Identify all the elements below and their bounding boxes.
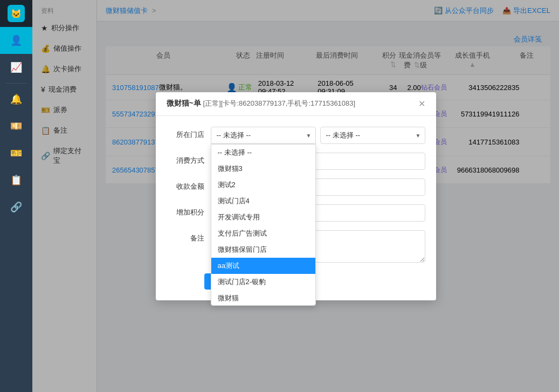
- sidebar-item-coupon[interactable]: 🎫: [0, 140, 32, 167]
- dropdown-option-4[interactable]: 开发调试专用: [211, 209, 315, 225]
- note-icon: 📋: [10, 174, 22, 186]
- points-add-label: 增加积分: [167, 204, 204, 217]
- modal-header: 微财猫~单 [正常][卡号:862038779137,手机号:177153610…: [156, 92, 436, 116]
- store-controls: -- 未选择 -- ▼ -- 未选择 -- 微财猫3 测试2 测试门店4 开发调…: [211, 127, 425, 144]
- alipay-icon: 🔗: [10, 201, 22, 213]
- store-dropdown2-trigger[interactable]: -- 未选择 --: [320, 127, 425, 144]
- dropdown-option-2[interactable]: 测试2: [211, 177, 315, 193]
- store-dropdown-wrapper: -- 未选择 -- ▼ -- 未选择 -- 微财猫3 测试2 测试门店4 开发调…: [211, 127, 316, 144]
- remark-form-label: 备注: [167, 230, 204, 243]
- store-dropdown2-wrapper: -- 未选择 -- ▼: [320, 127, 425, 144]
- store-dropdown-trigger[interactable]: -- 未选择 --: [211, 127, 316, 144]
- chart-icon: 📈: [10, 61, 22, 73]
- modal-body: 所在门店 -- 未选择 -- ▼ -- 未选择 -- 微财猫3: [156, 116, 436, 300]
- sidebar: 🐱 👤 📈 🔔 💴 🎫 📋 🔗: [0, 0, 32, 392]
- dropdown2-arrow-icon: ▼: [416, 132, 421, 138]
- store-selected-value: -- 未选择 --: [217, 130, 251, 140]
- modal-dialog: 微财猫~单 [正常][卡号:862038779137,手机号:177153610…: [156, 92, 436, 300]
- sidebar-item-money[interactable]: 💴: [0, 113, 32, 140]
- dropdown-option-6[interactable]: 微财猫保留门店: [211, 242, 315, 258]
- modal-title: 微财猫~单 [正常][卡号:862038779137,手机号:177153610…: [167, 99, 356, 108]
- coupon-icon: 🎫: [10, 147, 22, 159]
- sidebar-item-note[interactable]: 📋: [0, 167, 32, 194]
- modal-overlay: 微财猫~单 [正常][卡号:862038779137,手机号:177153610…: [32, 0, 559, 392]
- logo-icon: 🐱: [8, 5, 25, 22]
- dropdown-option-9[interactable]: 微财猫: [211, 290, 315, 306]
- store2-selected-value: -- 未选择 --: [326, 130, 361, 140]
- amount-label: 收款金额: [167, 178, 204, 191]
- dropdown-option-7[interactable]: aa测试: [211, 258, 315, 274]
- modal-subtitle: [正常][卡号:862038779137,手机号:17715361083]: [203, 99, 356, 107]
- sidebar-divider: [5, 83, 27, 84]
- sidebar-logo: 🐱: [0, 0, 32, 27]
- modal-title-text: 微财猫~单: [167, 99, 201, 107]
- sidebar-item-user[interactable]: 👤: [0, 27, 32, 54]
- sidebar-item-alipay[interactable]: 🔗: [0, 194, 32, 221]
- dropdown-option-1[interactable]: 微财猫3: [211, 161, 315, 177]
- dropdown-option-3[interactable]: 测试门店4: [211, 193, 315, 209]
- sidebar-item-bell[interactable]: 🔔: [0, 86, 32, 113]
- sidebar-item-chart[interactable]: 📈: [0, 54, 32, 81]
- modal-close-button[interactable]: ✕: [418, 99, 425, 109]
- store-label: 所在门店: [167, 127, 204, 140]
- form-row-store: 所在门店 -- 未选择 -- ▼ -- 未选择 -- 微财猫3: [167, 127, 425, 144]
- dropdown-option-0[interactable]: -- 未选择 --: [211, 145, 315, 161]
- bell-icon: 🔔: [10, 93, 22, 105]
- dropdown-option-5[interactable]: 支付后广告测试: [211, 225, 315, 242]
- store-dropdown-popup[interactable]: -- 未选择 -- 微财猫3 测试2 测试门店4 开发调试专用 支付后广告测试 …: [211, 144, 316, 306]
- dropdown-option-8[interactable]: 测试门店2-银豹: [211, 274, 315, 290]
- user-icon: 👤: [10, 35, 22, 46]
- money-icon: 💴: [10, 120, 22, 132]
- consume-label: 消费方式: [167, 153, 204, 166]
